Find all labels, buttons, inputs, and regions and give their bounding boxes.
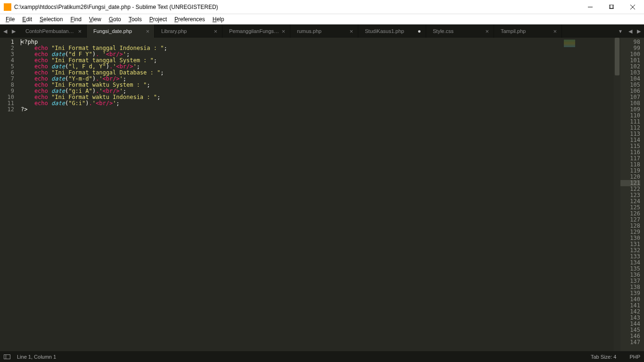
tab-label: Tampil.php xyxy=(501,28,551,34)
code-line[interactable]: ?> xyxy=(21,107,562,113)
menu-find[interactable]: Find xyxy=(66,15,85,24)
line-number[interactable]: 12 xyxy=(0,107,14,113)
tab-label: StudiKasus1.php xyxy=(365,28,416,34)
code-editor[interactable]: <?php echo "Ini Format tanggal Indonesia… xyxy=(21,38,562,351)
right-line-gutter[interactable]: 9899100101102103104105106107108109110111… xyxy=(620,38,644,351)
close-button[interactable] xyxy=(622,0,643,14)
tab-close-icon[interactable]: × xyxy=(553,28,557,35)
menubar: FileEditSelectionFindViewGotoToolsProjec… xyxy=(0,14,644,25)
tab-dropdown[interactable]: ▼ xyxy=(616,25,625,38)
menu-tools[interactable]: Tools xyxy=(125,15,146,24)
maximize-button[interactable] xyxy=(601,0,622,14)
statusbar: Line 1, Column 1 Tab Size: 4 PHP xyxy=(0,351,644,362)
scroll-thumb[interactable] xyxy=(615,38,619,75)
line-gutter[interactable]: 123456789101112 xyxy=(0,38,21,351)
tab-nav-right[interactable]: ◀▶ xyxy=(625,25,644,38)
menu-file[interactable]: File xyxy=(2,15,18,24)
menu-project[interactable]: Project xyxy=(146,15,171,24)
tab-pemanggilanfungsi-php[interactable]: PemanggilanFungsi.php× xyxy=(223,25,290,38)
tabbar: ◀▶ ContohPembuatanFungsi.php×Fungsi_date… xyxy=(0,25,644,38)
tab-label: Fungsi_date.php xyxy=(93,28,144,34)
svg-rect-2 xyxy=(610,5,614,8)
tab-label: ContohPembuatanFungsi.php xyxy=(25,28,76,34)
tab-tampil-php[interactable]: Tampil.php× xyxy=(494,25,562,38)
tab-close-icon[interactable]: × xyxy=(78,28,82,35)
tab-close-icon[interactable]: × xyxy=(281,28,285,35)
tab-close-icon[interactable]: × xyxy=(485,28,489,35)
tab-studikasus1-php[interactable]: StudiKasus1.php● xyxy=(358,25,426,38)
tab-style-css[interactable]: Style.css× xyxy=(426,25,494,38)
editor-area: 123456789101112 <?php echo "Ini Format t… xyxy=(0,38,644,351)
minimap[interactable] xyxy=(562,38,614,351)
tab-fungsi_date-php[interactable]: Fungsi_date.php× xyxy=(87,25,155,38)
text-cursor xyxy=(21,39,21,45)
window-title: C:\xampp\htdocs\Pratikum26\Fungsi_date.p… xyxy=(14,4,579,10)
menu-goto[interactable]: Goto xyxy=(105,15,125,24)
code-line[interactable]: echo date("G:i").'<br/>'; xyxy=(21,100,562,107)
tab-label: PemanggilanFungsi.php xyxy=(229,28,280,34)
menu-preferences[interactable]: Preferences xyxy=(171,15,209,24)
tab-close-icon[interactable]: × xyxy=(214,28,217,35)
status-syntax[interactable]: PHP xyxy=(629,354,640,360)
tab-nav-left[interactable]: ◀▶ xyxy=(0,25,19,38)
status-tabsize[interactable]: Tab Size: 4 xyxy=(591,354,616,360)
tab-label: Library.php xyxy=(161,28,212,34)
tab-library-php[interactable]: Library.php× xyxy=(155,25,223,38)
line-number-right[interactable]: 147 xyxy=(620,339,640,346)
menu-selection[interactable]: Selection xyxy=(36,15,66,24)
status-linecol[interactable]: Line 1, Column 1 xyxy=(17,354,56,360)
tab-label: rumus.php xyxy=(297,28,347,34)
tab-close-icon[interactable]: × xyxy=(146,28,149,35)
tab-close-icon[interactable]: × xyxy=(349,28,353,35)
app-icon xyxy=(4,3,11,11)
dirty-dot-icon: ● xyxy=(418,28,421,34)
scrollbar-left-pane[interactable] xyxy=(614,38,620,351)
menu-help[interactable]: Help xyxy=(209,15,228,24)
tab-contohpembuatanfungsi-php[interactable]: ContohPembuatanFungsi.php× xyxy=(19,25,87,38)
menu-edit[interactable]: Edit xyxy=(18,15,36,24)
tab-rumus-php[interactable]: rumus.php× xyxy=(290,25,358,38)
tab-label: Style.css xyxy=(433,28,483,34)
menu-view[interactable]: View xyxy=(85,15,105,24)
panel-switch-icon[interactable] xyxy=(4,354,10,359)
titlebar: C:\xampp\htdocs\Pratikum26\Fungsi_date.p… xyxy=(0,0,644,14)
svg-rect-1 xyxy=(609,5,613,8)
minimize-button[interactable] xyxy=(579,0,601,14)
